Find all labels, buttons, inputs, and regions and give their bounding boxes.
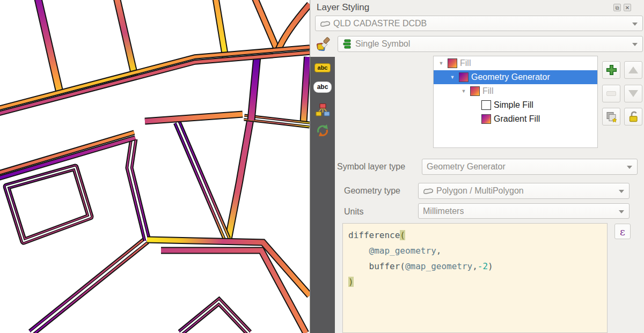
chevron-down-icon bbox=[619, 190, 624, 193]
diagram-icon bbox=[316, 102, 330, 117]
panel-title: Layer Styling bbox=[317, 2, 369, 13]
open-lock-icon bbox=[627, 110, 640, 123]
remove-symbol-layer-button[interactable] bbox=[602, 85, 620, 102]
road-road-a bbox=[36, 0, 60, 94]
minus-icon bbox=[606, 91, 616, 96]
map-canvas[interactable] bbox=[0, 0, 310, 333]
labels-icon: abc bbox=[314, 63, 331, 72]
layer-selector-value: QLD CADASTRE DCDB bbox=[333, 19, 427, 28]
style-mode-value: Single Symbol bbox=[355, 39, 410, 49]
geometry-expression-editor[interactable]: difference( @map_geometry, buffer(@map_g… bbox=[342, 223, 608, 333]
symbol-layer-type-select[interactable]: Geometry Generator bbox=[422, 159, 638, 175]
road-top-curve bbox=[278, 4, 310, 50]
tab-masks[interactable]: abc bbox=[310, 82, 335, 92]
up-arrow-icon bbox=[628, 66, 638, 73]
expression-line: difference( bbox=[348, 227, 602, 243]
geometry-type-select[interactable]: Polygon / MultiPolygon bbox=[418, 183, 630, 199]
chevron-down-icon bbox=[627, 166, 632, 169]
duplicate-icon bbox=[605, 111, 617, 123]
symbol-swatch bbox=[481, 114, 491, 124]
tab-history[interactable] bbox=[310, 123, 335, 138]
masks-icon: abc bbox=[314, 82, 332, 92]
road-road-b bbox=[115, 0, 135, 78]
geometry-type-value: Polygon / MultiPolygon bbox=[436, 186, 524, 196]
symbol-tree-row[interactable]: Simple Fill bbox=[434, 98, 597, 112]
expression-line: buffer(@map_geometry,-2) bbox=[348, 258, 602, 274]
paintbrush-icon bbox=[314, 36, 332, 53]
expression-line: @map_geometry, bbox=[348, 243, 602, 258]
symbol-swatch bbox=[459, 72, 469, 82]
road-y-downleft bbox=[31, 240, 147, 333]
tab-symbology[interactable] bbox=[313, 33, 333, 56]
symbol-tree-row[interactable]: Gradient Fill bbox=[434, 112, 597, 126]
plus-icon bbox=[606, 64, 617, 76]
road-main-diag-lower bbox=[0, 53, 310, 115]
symbol-layer-label: Simple Fill bbox=[494, 100, 533, 110]
symbol-swatch bbox=[481, 100, 491, 110]
symbol-tree-row[interactable]: ▼Fill bbox=[434, 84, 597, 98]
layer-selector[interactable]: QLD CADASTRE DCDB bbox=[315, 16, 643, 31]
styling-tabstrip: abc abc bbox=[310, 57, 335, 333]
layer-styling-panel: Layer Styling ⧉ ✕ QLD CADASTRE DCDB abc bbox=[310, 0, 644, 333]
symbol-layer-tree[interactable]: ▼Fill▼Geometry Generator▼FillSimple Fill… bbox=[433, 56, 598, 148]
epsilon-icon: ε bbox=[620, 226, 625, 238]
add-symbol-layer-button[interactable] bbox=[602, 61, 620, 79]
single-symbol-icon bbox=[342, 39, 353, 49]
chevron-down-icon bbox=[632, 43, 638, 46]
units-label: Units bbox=[344, 207, 363, 217]
road-purple-vertical bbox=[251, 57, 257, 120]
chevron-down-icon bbox=[632, 23, 638, 26]
expression-line: ) bbox=[348, 274, 602, 290]
symbol-layer-type-value: Geometry Generator bbox=[427, 162, 506, 172]
style-mode-select[interactable]: Single Symbol bbox=[338, 36, 643, 52]
tree-expander-icon[interactable]: ▼ bbox=[438, 61, 444, 66]
tab-labels[interactable]: abc bbox=[310, 63, 335, 72]
tree-expander-icon[interactable]: ▼ bbox=[449, 75, 456, 80]
units-value: Millimeters bbox=[423, 206, 464, 216]
history-arrows-icon bbox=[315, 123, 330, 138]
move-down-button[interactable] bbox=[624, 85, 642, 102]
symbol-layer-label: Fill bbox=[482, 86, 493, 96]
chevron-down-icon bbox=[619, 210, 624, 213]
expression-dialog-button[interactable]: ε bbox=[614, 224, 631, 239]
road-main-diag-lower bbox=[0, 53, 310, 115]
duplicate-symbol-layer-button[interactable] bbox=[602, 108, 620, 125]
symbol-layer-label: Fill bbox=[460, 58, 471, 68]
symbol-swatch bbox=[448, 58, 457, 68]
qgis-window: Layer Styling ⧉ ✕ QLD CADASTRE DCDB abc bbox=[0, 0, 644, 333]
road-triangle-right bbox=[228, 121, 250, 240]
symbol-layer-type-label: Symbol layer type bbox=[337, 162, 405, 172]
symbol-layer-label: Geometry Generator bbox=[471, 72, 550, 82]
float-panel-icon[interactable]: ⧉ bbox=[613, 4, 621, 11]
units-select[interactable]: Millimeters bbox=[418, 203, 630, 219]
geometry-type-label: Geometry type bbox=[344, 186, 400, 196]
symbol-layer-label: Gradient Fill bbox=[494, 114, 540, 124]
tree-expander-icon[interactable]: ▼ bbox=[460, 88, 467, 94]
move-up-button[interactable] bbox=[624, 61, 642, 79]
symbol-tree-row[interactable]: ▼Fill bbox=[434, 56, 597, 70]
polygon-layer-icon bbox=[320, 20, 331, 27]
close-panel-icon[interactable]: ✕ bbox=[624, 4, 631, 11]
down-arrow-icon bbox=[628, 90, 638, 97]
lock-color-button[interactable] bbox=[624, 108, 642, 125]
symbol-tree-row[interactable]: ▼Geometry Generator bbox=[434, 70, 597, 84]
polygon-geometry-icon bbox=[423, 187, 434, 195]
road-triangle-left bbox=[177, 122, 227, 239]
symbol-swatch bbox=[470, 86, 480, 96]
tab-diagrams[interactable] bbox=[310, 102, 335, 117]
